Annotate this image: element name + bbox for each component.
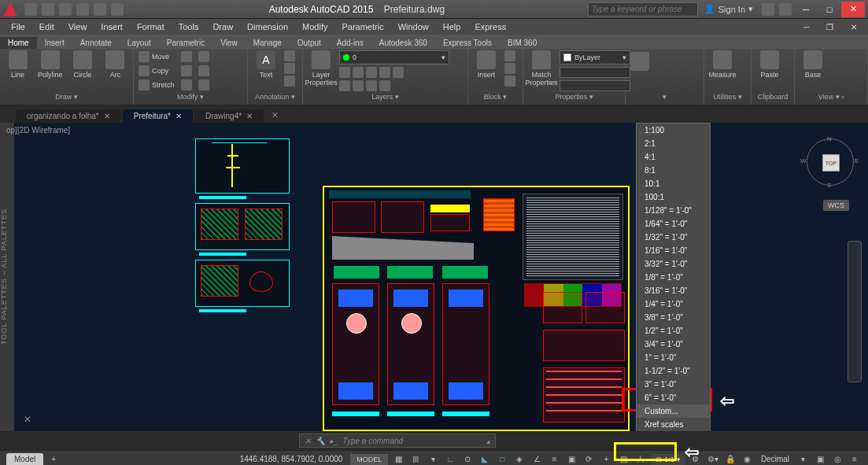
- tab-a360[interactable]: Autodesk 360: [371, 37, 435, 49]
- qat-new-icon[interactable]: [24, 3, 37, 16]
- panel-title[interactable]: Draw ▾: [3, 93, 130, 103]
- tool-palettes-bar[interactable]: TOOL PALETTES – ALL PALETTES: [0, 123, 14, 431]
- doc-restore-button[interactable]: ❐: [820, 21, 840, 33]
- measure-button[interactable]: Measure: [707, 50, 737, 79]
- scale-menu-item[interactable]: 8:1: [637, 164, 710, 177]
- scale-menu-item[interactable]: 1/128" = 1'-0": [637, 204, 710, 217]
- linetype-dropdown[interactable]: [560, 80, 630, 91]
- grid-toggle[interactable]: ▦: [391, 453, 405, 466]
- isolate-toggle[interactable]: ◎: [830, 453, 844, 466]
- scale-menu-item[interactable]: 1:100: [637, 124, 710, 137]
- units-readout[interactable]: Decimal: [758, 455, 792, 463]
- tab-addins[interactable]: Add-ins: [329, 37, 371, 49]
- layer-dropdown[interactable]: 0 ▾: [339, 50, 449, 65]
- viewcube-west[interactable]: W: [800, 157, 807, 164]
- scale-menu-item[interactable]: 3/32" = 1'-0": [637, 257, 710, 271]
- scale-menu-item[interactable]: 1/2" = 1'-0": [637, 324, 710, 338]
- lock-ui-toggle[interactable]: 🔒: [723, 453, 737, 466]
- tab-express[interactable]: Express Tools: [435, 37, 500, 49]
- exchange-icon[interactable]: [762, 3, 774, 16]
- close-button[interactable]: ✕: [841, 2, 865, 17]
- layer-prev-icon[interactable]: [339, 80, 350, 91]
- cmd-wrench-icon[interactable]: 🔧: [316, 437, 325, 445]
- search-input[interactable]: [588, 2, 698, 17]
- workspace-toggle[interactable]: ⚙▾: [706, 453, 720, 466]
- infer-toggle[interactable]: ▾: [426, 453, 440, 466]
- menu-view[interactable]: View: [62, 20, 94, 33]
- panel-title[interactable]: Annotation ▾: [251, 93, 299, 103]
- scale-menu-item[interactable]: 1/16" = 1'-0": [637, 244, 710, 257]
- viewport-label[interactable]: op][2D Wireframe]: [6, 126, 70, 135]
- panel-title[interactable]: View ▾ ›: [798, 93, 864, 103]
- menu-draw[interactable]: Draw: [206, 20, 239, 33]
- customize-button[interactable]: ≡: [848, 453, 862, 466]
- fillet-button[interactable]: [197, 65, 211, 77]
- block-edit-icon[interactable]: [504, 63, 515, 74]
- tab-insert[interactable]: Insert: [37, 37, 72, 49]
- scale-menu-item[interactable]: 3/16" = 1'-0": [637, 284, 710, 297]
- cleanscreen-toggle[interactable]: ▣: [813, 453, 827, 466]
- layer-match-icon[interactable]: [393, 67, 404, 78]
- modelspace-toggle[interactable]: MODEL: [350, 454, 388, 465]
- layer-make-icon[interactable]: [379, 80, 390, 91]
- qat-print-icon[interactable]: [76, 3, 89, 16]
- array-button[interactable]: [197, 79, 211, 91]
- scale-menu-item[interactable]: 3" = 1'-0": [637, 378, 710, 391]
- scale-menu-item[interactable]: Xref scales: [637, 418, 710, 431]
- panel-title[interactable]: Layers ▾: [306, 93, 464, 103]
- cmd-expand-icon[interactable]: ▴: [486, 437, 490, 445]
- menu-window[interactable]: Window: [392, 20, 435, 33]
- line-button[interactable]: Line: [3, 50, 32, 79]
- scale-menu-item[interactable]: 4:1: [637, 150, 710, 164]
- tab-parametric[interactable]: Parametric: [159, 37, 212, 49]
- panel-title[interactable]: Properties ▾: [526, 93, 622, 103]
- base-button[interactable]: Base: [798, 50, 828, 79]
- 3dosnap-toggle[interactable]: ◈: [512, 453, 526, 466]
- layer-properties-button[interactable]: Layer Properties: [306, 50, 336, 87]
- lineweight-dropdown[interactable]: [560, 67, 630, 78]
- menu-file[interactable]: File: [5, 20, 31, 33]
- coordinates-readout[interactable]: 1446.4188, 854.7902, 0.0000: [235, 455, 348, 463]
- insert-block-button[interactable]: Insert: [471, 50, 501, 79]
- menu-edit[interactable]: Edit: [33, 20, 61, 33]
- tab-view[interactable]: View: [212, 37, 246, 49]
- stretch-button[interactable]: Stretch: [137, 79, 176, 91]
- paste-button[interactable]: Paste: [755, 50, 785, 79]
- ortho-toggle[interactable]: ∟: [443, 453, 457, 466]
- text-button[interactable]: AText: [251, 50, 281, 79]
- menu-parametric[interactable]: Parametric: [335, 20, 390, 33]
- scale-menu-item[interactable]: 1/64" = 1'-0": [637, 217, 710, 231]
- drawing-canvas[interactable]: TOOL PALETTES – ALL PALETTES op][2D Wire…: [0, 123, 868, 431]
- mirror-button[interactable]: [179, 65, 194, 77]
- block-create-icon[interactable]: [504, 50, 515, 61]
- viewcube[interactable]: TOP N S E W: [807, 138, 854, 186]
- viewcube-north[interactable]: N: [827, 135, 832, 142]
- block-attr-icon[interactable]: [504, 76, 515, 87]
- rotate-button[interactable]: [179, 50, 194, 63]
- scale-button[interactable]: [179, 79, 194, 91]
- qat-redo-icon[interactable]: [111, 3, 124, 16]
- panel-title[interactable]: Block ▾: [471, 93, 519, 103]
- scale-menu-item[interactable]: 6" = 1'-0": [637, 391, 710, 404]
- match-properties-button[interactable]: Match Properties: [526, 50, 556, 87]
- tab-layout[interactable]: Layout: [120, 37, 159, 49]
- osnap-toggle[interactable]: □: [495, 453, 509, 466]
- close-tab-icon[interactable]: ✕: [175, 112, 182, 120]
- panel-title[interactable]: Utilities ▾: [707, 93, 748, 103]
- new-tab-button[interactable]: ✕: [265, 108, 285, 123]
- scale-menu-item[interactable]: 1/8" = 1'-0": [637, 271, 710, 284]
- layout-add-button[interactable]: +: [46, 453, 61, 466]
- close-tab-icon[interactable]: ✕: [246, 112, 253, 120]
- qat-undo-icon[interactable]: [94, 3, 106, 16]
- scale-menu-item[interactable]: 1" = 1'-0": [637, 351, 710, 364]
- scale-menu-item[interactable]: 3/8" = 1'-0": [637, 311, 710, 324]
- arc-button[interactable]: Arc: [101, 50, 130, 79]
- layer-walk-icon[interactable]: [353, 80, 364, 91]
- menu-insert[interactable]: Insert: [94, 20, 129, 33]
- navigation-bar[interactable]: [848, 241, 862, 382]
- tab-bim360[interactable]: BIM 360: [500, 37, 545, 49]
- tab-home[interactable]: Home: [0, 37, 37, 49]
- viewcube-face[interactable]: TOP: [822, 154, 840, 172]
- polar-toggle[interactable]: ⊙: [460, 453, 475, 466]
- scale-menu-item[interactable]: Custom...: [637, 404, 710, 418]
